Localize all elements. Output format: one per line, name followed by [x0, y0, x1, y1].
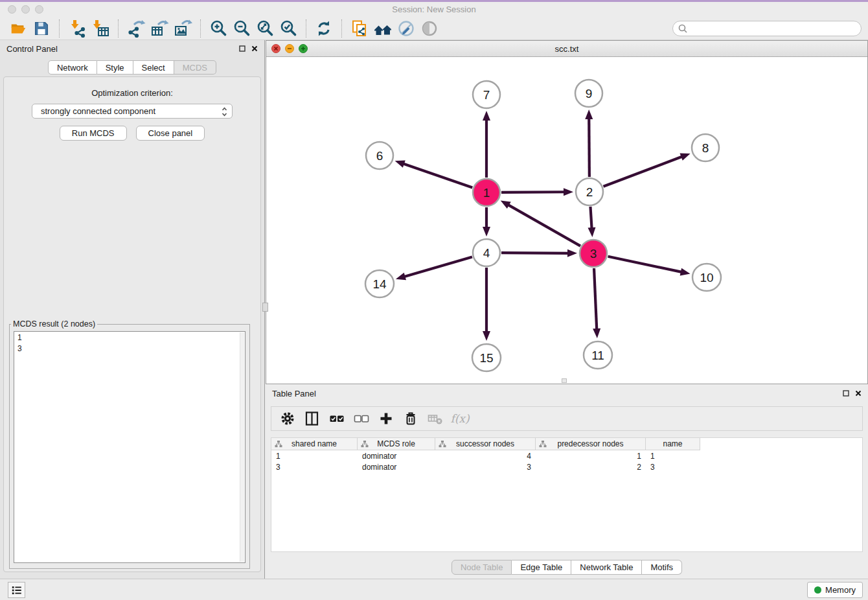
graph-edge-arrowhead [483, 227, 490, 237]
graph-node-3[interactable]: 3 [580, 240, 607, 267]
close-panel-icon[interactable] [251, 44, 258, 54]
graph-edge-3-11[interactable] [594, 268, 597, 331]
export-table-button[interactable] [149, 19, 170, 38]
float-panel-icon[interactable] [843, 389, 849, 398]
criterion-select[interactable]: strongly connected component [32, 104, 233, 119]
graph-node-7[interactable]: 7 [473, 81, 500, 108]
delete-table-button[interactable] [423, 409, 448, 428]
graph-edge-2-8[interactable] [604, 156, 684, 187]
graph-edge-arrowhead [564, 188, 573, 196]
tab-network[interactable]: Network [48, 60, 97, 75]
graph-node-15[interactable]: 15 [472, 344, 501, 371]
graph-edge-2-3[interactable] [590, 207, 591, 230]
search-input[interactable] [672, 21, 862, 36]
zoom-in-button[interactable] [208, 19, 229, 38]
table-cell: 1 [536, 450, 646, 461]
float-panel-icon[interactable] [239, 44, 246, 54]
graph-edge-1-6[interactable] [402, 163, 472, 188]
graph-node-2[interactable]: 2 [576, 178, 603, 205]
network-canvas[interactable]: 7968124314101511 [266, 57, 867, 384]
mcds-result-title: MCDS result (2 nodes) [11, 319, 97, 329]
close-window-button[interactable] [8, 5, 16, 14]
tab-edge-table[interactable]: Edge Table [512, 560, 571, 575]
save-session-button[interactable] [31, 19, 52, 38]
tab-style[interactable]: Style [97, 60, 133, 75]
memory-button[interactable]: Memory [807, 582, 863, 598]
import-network-icon [67, 19, 87, 38]
close-panel-icon[interactable] [855, 389, 862, 398]
tab-mcds[interactable]: MCDS [174, 60, 216, 75]
column-header-successor-nodes[interactable]: successor nodes [435, 438, 536, 450]
table-settings-button[interactable] [275, 409, 300, 428]
refresh-layout-button[interactable] [314, 19, 334, 38]
horizontal-splitter-grip[interactable] [562, 378, 567, 383]
houses-button[interactable] [372, 19, 393, 38]
clone-network-icon [350, 19, 369, 38]
network-minimize-button[interactable] [285, 44, 294, 53]
table-cell: 2 [536, 461, 646, 472]
graph-node-14[interactable]: 14 [365, 270, 394, 297]
graph-edge-3-10[interactable] [608, 257, 683, 273]
column-header-MCDS-role[interactable]: MCDS role [358, 438, 435, 450]
import-table-button[interactable] [90, 19, 111, 38]
show-columns-button[interactable] [300, 409, 325, 428]
close-panel-button[interactable]: Close panel [136, 126, 205, 141]
minimize-window-button[interactable] [21, 5, 30, 14]
style-brush-button[interactable] [396, 19, 417, 38]
column-header-shared-name[interactable]: shared name [271, 438, 358, 450]
memory-label: Memory [825, 585, 856, 595]
function-builder-button[interactable]: f(x) [448, 409, 472, 428]
graph-edge-3-1[interactable] [507, 204, 580, 246]
graph-node-label: 4 [483, 246, 490, 260]
graph-node-label: 8 [702, 141, 709, 155]
table-row[interactable]: 3dominator323 [271, 461, 862, 472]
graph-node-9[interactable]: 9 [575, 80, 602, 107]
graph-node-1[interactable]: 1 [473, 179, 500, 206]
run-mcds-button[interactable]: Run MCDS [60, 126, 127, 141]
open-session-button[interactable] [8, 19, 29, 38]
search-field [672, 21, 862, 36]
zoom-selected-button[interactable] [278, 19, 299, 38]
zoom-out-button[interactable] [231, 19, 252, 38]
export-table-icon [150, 19, 169, 38]
graph-edge-1-2[interactable] [501, 192, 566, 192]
network-maximize-button[interactable] [299, 44, 308, 53]
graph-edge-arrowhead [483, 111, 490, 121]
unchecked-boxes-icon [353, 410, 370, 427]
control-panel-title: Control Panel [6, 44, 58, 54]
graph-node-6[interactable]: 6 [366, 142, 393, 169]
tab-node-table[interactable]: Node Table [451, 560, 512, 575]
maximize-window-button[interactable] [35, 5, 43, 14]
column-header-name[interactable]: name [646, 438, 700, 450]
tab-select[interactable]: Select [133, 60, 174, 75]
clone-network-button[interactable] [349, 19, 370, 38]
graph-node-8[interactable]: 8 [692, 134, 719, 161]
table-row[interactable]: 1dominator411 [271, 450, 862, 461]
titlebar: Session: New Session [0, 2, 868, 17]
result-scrollbar[interactable] [240, 332, 244, 562]
select-all-columns-button[interactable] [325, 409, 349, 428]
tab-motifs[interactable]: Motifs [642, 560, 682, 575]
task-history-button[interactable] [8, 582, 25, 598]
graph-edge-4-14[interactable] [403, 257, 472, 277]
unselect-all-columns-button[interactable] [349, 409, 374, 428]
column-header-predecessor-nodes[interactable]: predecessor nodes [536, 438, 646, 450]
graph-edge-4-3[interactable] [501, 253, 570, 253]
tab-network-table[interactable]: Network Table [571, 560, 642, 575]
zoom-fit-button[interactable] [255, 19, 275, 38]
delete-column-button[interactable] [398, 409, 423, 428]
graph-edge-2-9[interactable] [589, 117, 589, 177]
graph-node-11[interactable]: 11 [584, 341, 612, 369]
network-close-button[interactable] [271, 44, 280, 53]
window-title: Session: New Session [0, 2, 868, 17]
export-image-button[interactable] [172, 19, 193, 38]
mcds-result-text[interactable]: 1 3 [14, 331, 246, 563]
create-column-button[interactable] [374, 409, 398, 428]
plus-icon [378, 410, 394, 427]
export-network-button[interactable] [126, 19, 146, 38]
graph-node-4[interactable]: 4 [473, 239, 500, 266]
graph-node-10[interactable]: 10 [692, 264, 721, 291]
import-network-button[interactable] [67, 19, 87, 38]
optimization-criterion-label: Optimization criterion: [4, 88, 260, 98]
eye-button[interactable] [419, 19, 440, 38]
